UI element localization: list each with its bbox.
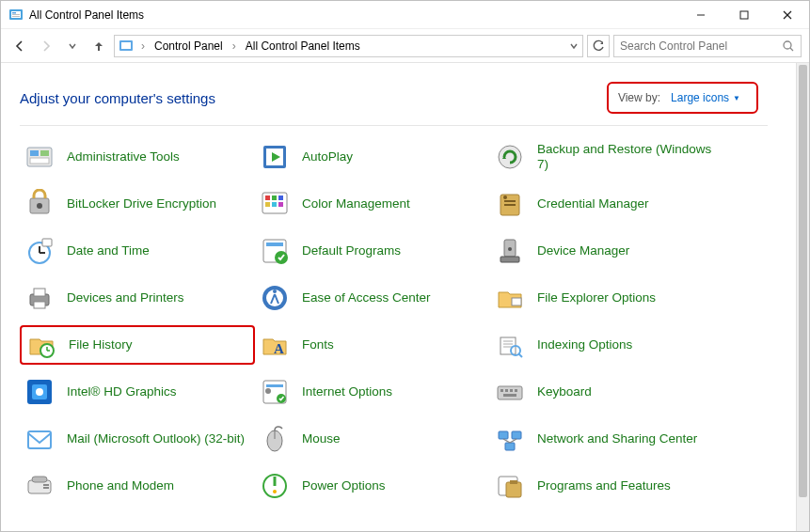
item-label: Intel® HD Graphics xyxy=(67,384,176,399)
item-label: Color Management xyxy=(302,196,410,211)
item-label: AutoPlay xyxy=(302,149,353,164)
phone-icon xyxy=(24,470,56,502)
chevron-icon[interactable] xyxy=(137,39,149,53)
mouse-icon xyxy=(259,423,291,455)
explorer-opts-icon xyxy=(494,282,526,314)
item-label: Keyboard xyxy=(537,384,592,399)
item-label: Administrative Tools xyxy=(67,149,180,164)
control-panel-item[interactable]: Indexing Options xyxy=(490,325,725,365)
credential-icon xyxy=(494,188,526,220)
control-panel-item[interactable]: Backup and Restore (Windows 7) xyxy=(490,137,725,177)
chevron-icon[interactable] xyxy=(229,39,240,53)
internet-icon xyxy=(259,376,291,408)
navigation-bar: Control Panel All Control Panel Items xyxy=(1,29,809,63)
svg-rect-2 xyxy=(12,12,16,14)
view-by-value: Large icons xyxy=(671,91,729,104)
filehistory-icon xyxy=(25,329,57,361)
item-label: Default Programs xyxy=(302,243,401,258)
search-box[interactable] xyxy=(613,35,802,57)
datetime-icon xyxy=(24,235,56,267)
defaults-icon xyxy=(259,235,291,267)
ease-icon xyxy=(259,282,291,314)
control-panel-item[interactable]: File History xyxy=(20,325,255,365)
power-icon xyxy=(259,470,291,502)
control-panel-item[interactable]: BitLocker Drive Encryption xyxy=(20,184,255,224)
control-panel-item[interactable]: Color Management xyxy=(255,184,490,224)
control-panel-item[interactable]: Programs and Features xyxy=(490,466,725,506)
item-label: Mouse xyxy=(302,431,341,446)
color-icon xyxy=(259,188,291,220)
control-panel-item[interactable]: Mail (Microsoft Outlook) (32-bit) xyxy=(20,419,255,459)
scrollbar-thumb[interactable] xyxy=(799,65,807,497)
printers-icon xyxy=(24,282,56,314)
backup-icon xyxy=(494,141,526,173)
control-panel-item[interactable]: Ease of Access Center xyxy=(255,278,490,318)
item-label: Device Manager xyxy=(537,243,629,258)
up-button[interactable] xyxy=(87,35,110,57)
control-panel-item[interactable]: Default Programs xyxy=(255,231,490,271)
breadcrumb-root[interactable]: Control Panel xyxy=(152,39,225,53)
control-panel-item[interactable]: Devices and Printers xyxy=(20,278,255,318)
control-panel-item[interactable]: AutoPlay xyxy=(255,137,490,177)
window-title: All Control Panel Items xyxy=(29,8,144,22)
dropdown-icon: ▼ xyxy=(733,94,740,102)
recent-locations-button[interactable] xyxy=(61,35,84,57)
maximize-button[interactable] xyxy=(723,1,766,29)
svg-rect-4 xyxy=(12,16,20,17)
close-button[interactable] xyxy=(766,1,809,29)
item-label: Date and Time xyxy=(67,243,150,258)
item-label: Power Options xyxy=(302,478,386,493)
app-icon xyxy=(8,8,24,23)
view-by-dropdown[interactable]: Large icons ▼ xyxy=(666,89,747,106)
item-label: Fonts xyxy=(302,337,334,352)
bitlocker-icon xyxy=(24,188,56,220)
svg-rect-10 xyxy=(121,42,131,49)
control-panel-item[interactable]: Network and Sharing Center xyxy=(490,419,725,459)
control-panel-item[interactable]: Phone and Modem xyxy=(20,466,255,506)
search-input[interactable] xyxy=(620,39,795,53)
item-label: BitLocker Drive Encryption xyxy=(67,196,216,211)
item-label: Credential Manager xyxy=(537,196,649,211)
keyboard-icon xyxy=(494,376,526,408)
view-by-control[interactable]: View by: Large icons ▼ xyxy=(607,82,758,114)
item-label: Programs and Features xyxy=(537,478,671,493)
vertical-scrollbar[interactable] xyxy=(796,63,809,531)
control-panel-item[interactable]: Fonts xyxy=(255,325,490,365)
divider xyxy=(20,125,768,126)
svg-rect-3 xyxy=(12,14,20,15)
network-icon xyxy=(494,423,526,455)
control-panel-item[interactable]: Administrative Tools xyxy=(20,137,255,177)
svg-rect-6 xyxy=(740,11,748,19)
search-icon xyxy=(782,39,795,53)
control-panel-item[interactable]: Credential Manager xyxy=(490,184,725,224)
mail-icon xyxy=(24,423,56,455)
control-panel-item[interactable]: Keyboard xyxy=(490,372,725,412)
refresh-button[interactable] xyxy=(587,35,610,57)
svg-line-12 xyxy=(790,48,793,51)
control-panel-item[interactable]: Mouse xyxy=(255,419,490,459)
control-panel-item[interactable]: File Explorer Options xyxy=(490,278,725,318)
breadcrumb-current[interactable]: All Control Panel Items xyxy=(244,39,362,53)
control-panel-item[interactable]: Device Manager xyxy=(490,231,725,271)
indexing-icon xyxy=(494,329,526,361)
control-panel-item[interactable]: Date and Time xyxy=(20,231,255,271)
control-panel-item[interactable]: Power Options xyxy=(255,466,490,506)
devicemgr-icon xyxy=(494,235,526,267)
back-button[interactable] xyxy=(8,35,31,57)
minimize-button[interactable] xyxy=(679,1,723,29)
control-panel-item[interactable]: Intel® HD Graphics xyxy=(20,372,255,412)
control-panel-item[interactable]: Internet Options xyxy=(255,372,490,412)
view-by-label: View by: xyxy=(618,91,660,104)
page-heading: Adjust your computer's settings xyxy=(20,90,215,106)
address-bar[interactable]: Control Panel All Control Panel Items xyxy=(114,35,583,57)
forward-button[interactable] xyxy=(35,35,57,57)
svg-point-11 xyxy=(784,41,791,49)
intel-icon xyxy=(24,376,56,408)
item-label: Ease of Access Center xyxy=(302,290,431,305)
item-label: Internet Options xyxy=(302,384,392,399)
address-dropdown-icon[interactable] xyxy=(569,41,579,51)
items-grid: Administrative ToolsAutoPlayBackup and R… xyxy=(20,137,796,506)
window-controls xyxy=(679,1,809,29)
item-label: Network and Sharing Center xyxy=(537,431,697,446)
control-panel-icon xyxy=(119,39,134,54)
